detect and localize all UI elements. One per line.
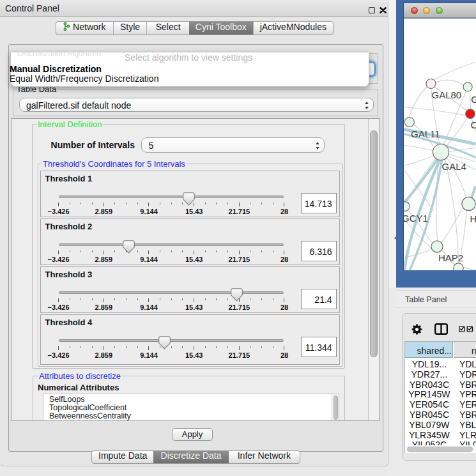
svg-text:CC: CC bbox=[471, 119, 476, 130]
svg-text:GCY1: GCY1 bbox=[404, 212, 428, 223]
svg-text:GAL11: GAL11 bbox=[411, 128, 440, 139]
svg-text:HI: HI bbox=[470, 213, 476, 224]
svg-text:GAL4: GAL4 bbox=[442, 160, 466, 171]
svg-text:HAP2: HAP2 bbox=[438, 252, 463, 263]
svg-text:GAL80: GAL80 bbox=[432, 89, 462, 100]
svg-text:GA: GA bbox=[471, 94, 476, 105]
